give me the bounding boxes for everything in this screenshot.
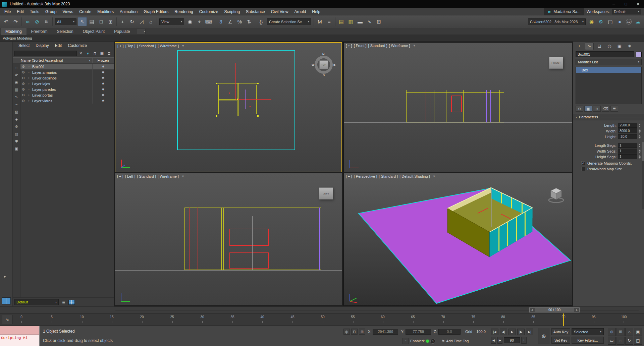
explorer-tool-icon[interactable]: ◈ xyxy=(13,116,20,122)
viewport-shading-menu[interactable]: [ Wireframe ] xyxy=(158,174,179,178)
viewport-standard-menu[interactable]: [ Standard ] xyxy=(137,174,156,178)
list-item-layer-portas[interactable]: ⊙ ○ Layer:portas ✱ xyxy=(20,92,114,98)
viewport-pov-menu[interactable]: [ Perspective ] xyxy=(354,174,377,178)
show-end-result-icon[interactable]: ▣ xyxy=(584,106,592,112)
length-field[interactable]: 2500.0 xyxy=(618,123,637,128)
ribbon-config-button[interactable]: ▾ xyxy=(137,29,146,34)
menu-arnold[interactable]: Arnold xyxy=(291,8,309,15)
viewport-standard-menu[interactable]: [ Standard ] xyxy=(379,174,398,178)
ribbon-tab-populate[interactable]: Populate xyxy=(109,28,135,35)
list-item-layer-armarios[interactable]: ⊙ ○ Layer:armarios ✱ xyxy=(20,69,114,75)
snaps-toggle-icon[interactable]: 3 xyxy=(216,17,225,26)
frozen-toggle-icon[interactable]: ✱ xyxy=(92,64,114,69)
rendered-frame-window-icon[interactable]: ▢ xyxy=(606,17,615,26)
modify-tab-icon[interactable]: ∿ xyxy=(585,43,594,50)
menu-rendering[interactable]: Rendering xyxy=(171,8,196,15)
viewport-front[interactable]: [ + ] [ Front ] [ Standard ] [ Wireframe… xyxy=(343,42,572,172)
explorer-menu-display[interactable]: Display xyxy=(33,43,52,48)
viewport-filter-icon[interactable]: ▼ xyxy=(433,175,436,178)
frozen-column-header[interactable]: Frozen xyxy=(92,58,114,63)
menu-views[interactable]: Views xyxy=(59,8,76,15)
height-segs-spinner[interactable] xyxy=(639,155,641,159)
viewcube-compass[interactable]: TOP N S W E xyxy=(313,54,335,76)
viewport-plus-menu[interactable]: [ + ] xyxy=(346,44,352,48)
explorer-tool-icon[interactable]: ▧ xyxy=(13,109,20,115)
explorer-tool-icon[interactable]: ⊙ xyxy=(13,123,20,130)
set-key-button[interactable]: Set Key xyxy=(551,337,570,344)
list-item-layer-paredes[interactable]: ⊙ ○ Layer:paredes ✱ xyxy=(20,86,114,92)
viewcube[interactable]: FRONT xyxy=(549,57,563,69)
listener-row[interactable]: Scripting Mi xyxy=(0,335,39,346)
visibility-eye-icon[interactable]: ⊙ xyxy=(20,93,26,97)
viewcube-top-face[interactable]: TOP xyxy=(319,60,328,69)
height-spinner[interactable] xyxy=(639,135,641,138)
x-coordinate-field[interactable]: 2941.399 xyxy=(373,329,398,335)
compass-south[interactable]: S xyxy=(323,73,325,77)
explorer-settings-icon[interactable]: ≣ xyxy=(106,50,112,56)
close-button[interactable]: ✕ xyxy=(632,0,644,8)
viewport-perspective[interactable]: [ + ] [ Perspective ] [ Standard ] [ Def… xyxy=(343,173,572,306)
selection-filter-dropdown[interactable]: All ▾ xyxy=(55,18,76,25)
viewport-standard-menu[interactable]: [ Standard ] xyxy=(368,44,387,48)
explorer-tool-icon[interactable]: ◌ xyxy=(13,64,20,71)
stack-item-box[interactable]: Box xyxy=(576,67,641,73)
viewport-shading-menu[interactable]: [ Wireframe ] xyxy=(389,44,410,48)
visibility-eye-icon[interactable]: ⊙ xyxy=(20,65,26,68)
use-pivot-center-icon[interactable]: ◉ xyxy=(185,17,195,26)
visibility-eye-icon[interactable]: ⊙ xyxy=(20,82,26,85)
menu-civil-view[interactable]: Civil View xyxy=(268,8,291,15)
viewport-filter-icon[interactable]: ▼ xyxy=(413,44,416,47)
current-frame-field[interactable]: 90 xyxy=(504,337,520,343)
display-tab-icon[interactable]: ▣ xyxy=(615,43,624,50)
pin-stack-icon[interactable]: ⊙ xyxy=(576,106,583,112)
select-and-manipulate-icon[interactable]: ⌖ xyxy=(195,17,204,26)
explorer-menu-edit[interactable]: Edit xyxy=(52,43,65,48)
left-viewport-drawing[interactable] xyxy=(115,173,342,305)
width-spinner[interactable] xyxy=(639,129,641,133)
toggle-layer-explorer-icon[interactable]: ▥ xyxy=(346,17,355,26)
user-account-chip[interactable]: ☻ Madalena Sa... xyxy=(544,8,584,15)
hierarchy-tab-icon[interactable]: ⊟ xyxy=(595,43,604,50)
viewport-shading-menu[interactable]: [ Default Shading ] xyxy=(399,174,430,178)
frozen-toggle-icon[interactable]: ✱ xyxy=(92,98,114,104)
ribbon-tab-freeform[interactable]: Freeform xyxy=(26,28,52,35)
object-color-swatch[interactable] xyxy=(636,52,642,57)
menu-group[interactable]: Group xyxy=(42,8,59,15)
add-time-tag-button[interactable]: Add Time Tag xyxy=(446,339,469,343)
render-setup-icon[interactable]: ⚙ xyxy=(596,17,605,26)
menu-customize[interactable]: Customize xyxy=(196,8,221,15)
zoom-all-icon[interactable]: ⊞ xyxy=(616,328,625,336)
viewport-filter-icon[interactable]: ▼ xyxy=(181,175,184,178)
frozen-toggle-icon[interactable]: ✱ xyxy=(92,92,114,98)
toggle-ribbon-icon[interactable]: ▬ xyxy=(356,17,365,26)
explorer-tool-icon[interactable]: ↖ xyxy=(13,94,20,100)
track-bar[interactable]: ∿ 0 5 10 15 20 25 30 35 40 45 50 55 60 6… xyxy=(0,313,644,326)
previous-key-button[interactable]: ◀| xyxy=(500,329,507,335)
select-and-scale-icon[interactable]: ◿ xyxy=(137,17,146,26)
modifier-list-dropdown[interactable]: Modifier List ▾ xyxy=(576,59,642,65)
zoom-region-icon[interactable]: ▭ xyxy=(608,337,616,345)
time-slider-thumb[interactable]: < 90 / 100 > xyxy=(529,307,580,312)
viewport-shading-menu[interactable]: [ Wireframe ] xyxy=(158,44,179,48)
minimize-button[interactable]: ─ xyxy=(608,0,620,8)
percent-snap-icon[interactable]: % xyxy=(235,17,244,26)
remove-modifier-icon[interactable]: ⌫ xyxy=(602,106,609,112)
undo-icon[interactable]: ↶ xyxy=(2,17,11,26)
viewport-standard-menu[interactable]: [ Standard ] xyxy=(137,44,156,48)
explorer-menu-customize[interactable]: Customize xyxy=(65,43,90,48)
name-column-header[interactable]: Name (Sorted Ascending) ▲ xyxy=(13,58,92,62)
visibility-eye-icon[interactable]: ⊙ xyxy=(20,99,26,103)
maxscript-mini-listener[interactable]: Scripting Mi xyxy=(0,326,40,346)
width-segs-spinner[interactable] xyxy=(639,150,641,153)
orbit-icon[interactable]: ↻ xyxy=(625,337,633,345)
reference-coordinate-dropdown[interactable]: View ▾ xyxy=(159,18,184,25)
menu-graph-editors[interactable]: Graph Editors xyxy=(141,8,171,15)
explorer-tool-icon[interactable]: ▤ xyxy=(13,131,20,137)
menu-edit[interactable]: Edit xyxy=(14,8,27,15)
explorer-tool-icon[interactable]: ✱ xyxy=(13,138,20,145)
select-and-rotate-icon[interactable]: ↻ xyxy=(127,17,137,26)
maximize-viewport-icon[interactable]: ◱ xyxy=(634,337,642,345)
key-entry-icon[interactable]: + xyxy=(521,337,527,344)
viewport-pov-menu[interactable]: [ Front ] xyxy=(354,44,367,48)
toggle-scene-explorer-icon[interactable]: ▤ xyxy=(337,17,346,26)
